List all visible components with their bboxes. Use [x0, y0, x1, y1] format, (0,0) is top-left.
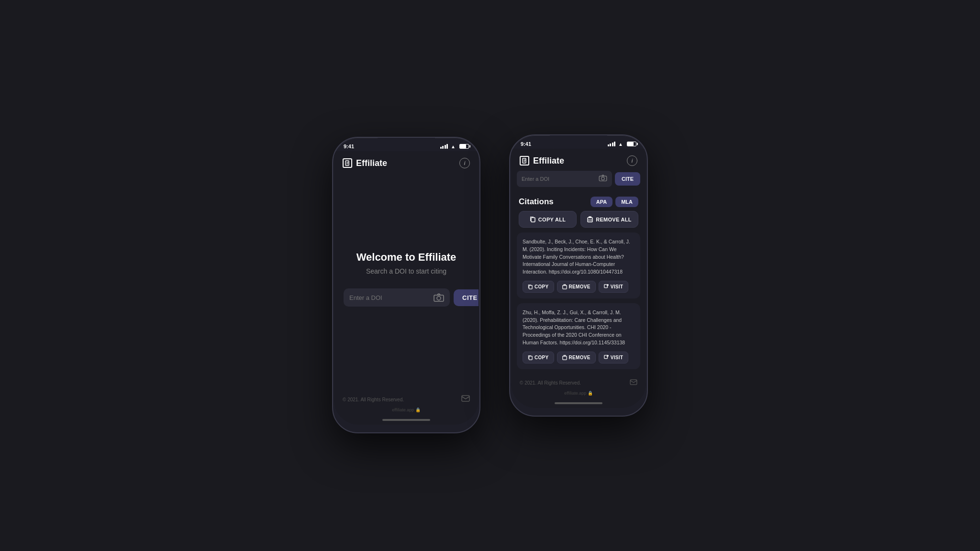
footer-copyright-right: © 2021. All Rights Reserved.	[520, 380, 581, 386]
doi-input-row-right: CITE	[511, 171, 646, 192]
copy-icon-2	[528, 355, 533, 360]
wifi-icon: ▲	[451, 144, 456, 149]
remove-button-2[interactable]: REMOVE	[557, 352, 596, 364]
notch-right	[550, 135, 607, 149]
notch-left	[378, 138, 435, 151]
citations-list: Sandbulte, J., Beck, J., Choe, E. K., & …	[511, 232, 646, 373]
app-name-left: Effiliate	[356, 158, 387, 168]
app-title-group-right: Effiliate	[520, 156, 564, 166]
copy-all-icon	[530, 216, 535, 222]
app-header-left: Effiliate i	[334, 151, 479, 173]
time-right: 9:41	[521, 141, 531, 147]
remove-button-1[interactable]: REMOVE	[557, 281, 596, 293]
home-indicator-left	[382, 419, 430, 421]
svg-rect-20	[529, 356, 533, 360]
mla-button[interactable]: MLA	[615, 197, 638, 207]
doi-input-row-left: CITE	[344, 288, 469, 307]
signal-icon	[440, 144, 448, 149]
wifi-icon-right: ▲	[618, 142, 623, 147]
time-left: 9:41	[344, 143, 354, 149]
mail-icon-left[interactable]	[461, 395, 470, 404]
citation-actions-2: COPY REMOVE	[523, 352, 635, 364]
signal-icon-right	[608, 142, 616, 146]
bulk-actions: COPY ALL REMOVE ALL	[511, 211, 646, 232]
app-header-right: Effiliate i	[511, 149, 646, 171]
citation-text-2: Zhu, H., Moffa, Z. J., Gui, X., & Carrol…	[523, 309, 635, 347]
welcome-area: Welcome to Effiliate Search a DOI to sta…	[334, 173, 479, 389]
format-buttons: APA MLA	[590, 197, 638, 207]
url-bar-left: effiliate.app 🔒	[334, 408, 479, 419]
app-footer-right: © 2021. All Rights Reserved.	[511, 373, 646, 391]
battery-icon-right	[627, 142, 636, 146]
mail-icon-right[interactable]	[630, 378, 637, 387]
status-icons-right: ▲	[608, 142, 636, 147]
visit-button-1[interactable]: VISIT	[599, 281, 629, 293]
citations-title: Citations	[519, 197, 554, 207]
visit-icon-2	[604, 355, 609, 360]
camera-icon-right[interactable]	[599, 175, 607, 183]
citation-card-2: Zhu, H., Moffa, Z. J., Gui, X., & Carrol…	[517, 303, 640, 369]
app-name-right: Effiliate	[533, 156, 564, 166]
camera-icon-left[interactable]	[434, 293, 444, 302]
svg-point-12	[601, 177, 604, 180]
info-icon-left[interactable]: i	[459, 158, 470, 168]
svg-rect-18	[562, 285, 566, 289]
remove-all-button[interactable]: REMOVE ALL	[580, 211, 638, 228]
phone-left: 9:41 ▲	[332, 137, 480, 433]
url-bar-right: effiliate.app 🔒	[511, 391, 646, 402]
copy-all-button[interactable]: COPY ALL	[519, 211, 577, 228]
battery-icon	[459, 144, 469, 149]
home-indicator-right	[555, 402, 602, 404]
copy-button-2[interactable]: COPY	[523, 352, 554, 364]
citation-actions-1: COPY REMOVE	[523, 281, 635, 293]
doc-icon-right	[520, 156, 529, 165]
visit-icon-1	[604, 284, 609, 289]
cite-button-right[interactable]: CITE	[615, 172, 640, 186]
remove-icon-2	[562, 355, 567, 360]
footer-copyright-left: © 2021. All Rights Reserved.	[343, 397, 404, 402]
welcome-subtitle: Search a DOI to start citing	[366, 267, 446, 275]
screen-right: Effiliate i	[511, 149, 646, 408]
info-icon-right[interactable]: i	[627, 155, 637, 166]
status-icons-left: ▲	[440, 144, 469, 149]
doi-input-wrapper-left[interactable]	[344, 288, 450, 307]
citations-header: Citations APA MLA	[511, 192, 646, 211]
welcome-title: Welcome to Effiliate	[356, 251, 457, 264]
app-footer-left: © 2021. All Rights Reserved.	[334, 389, 479, 408]
svg-rect-14	[588, 218, 592, 222]
apa-button[interactable]: APA	[590, 197, 612, 207]
svg-rect-21	[562, 356, 566, 360]
citation-card-1: Sandbulte, J., Beck, J., Choe, E. K., & …	[517, 232, 640, 298]
citation-text-1: Sandbulte, J., Beck, J., Choe, E. K., & …	[523, 238, 635, 276]
doi-input-right[interactable]	[522, 176, 596, 182]
phone-right: 9:41 ▲	[509, 134, 648, 417]
remove-all-icon	[587, 216, 593, 222]
remove-icon-1	[562, 284, 567, 289]
svg-rect-23	[630, 380, 637, 385]
svg-rect-13	[531, 218, 535, 222]
doc-icon-left	[343, 158, 352, 168]
visit-button-2[interactable]: VISIT	[599, 352, 629, 364]
cite-button-left[interactable]: CITE	[454, 289, 479, 306]
svg-point-5	[437, 297, 441, 300]
svg-rect-17	[529, 285, 533, 289]
svg-rect-6	[462, 396, 469, 401]
doi-input-wrapper-right[interactable]	[517, 171, 612, 187]
copy-icon-1	[528, 284, 533, 289]
app-title-group-left: Effiliate	[343, 158, 387, 168]
copy-button-1[interactable]: COPY	[523, 281, 554, 293]
screen-left: Effiliate i Welcome to Effiliate Search …	[334, 151, 479, 425]
doi-input-left[interactable]	[349, 294, 430, 301]
scene: 9:41 ▲	[0, 0, 980, 551]
